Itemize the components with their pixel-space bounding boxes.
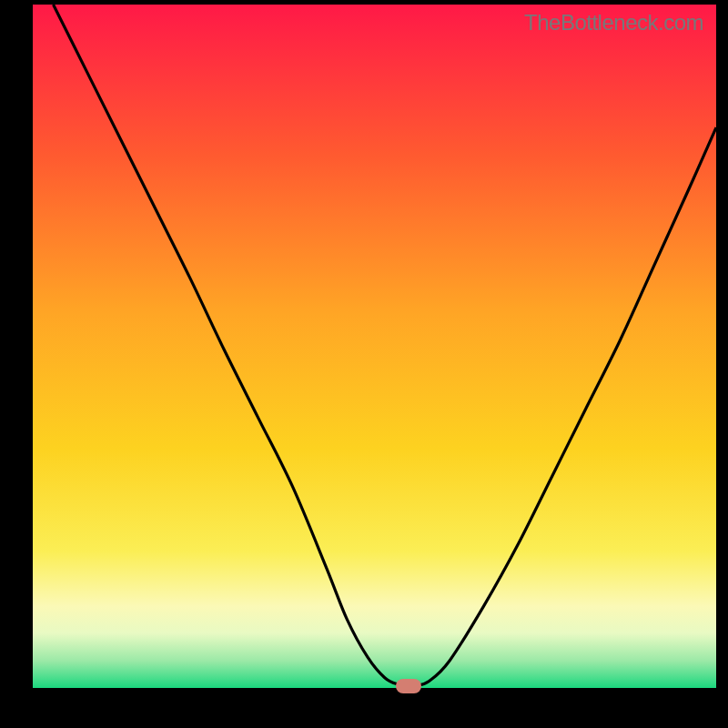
bottleneck-curve: [33, 5, 716, 688]
plot-area: TheBottleneck.com: [33, 5, 716, 688]
chart-frame: TheBottleneck.com: [0, 0, 728, 728]
attribution-label: TheBottleneck.com: [524, 10, 703, 35]
optimum-marker: [396, 679, 421, 693]
